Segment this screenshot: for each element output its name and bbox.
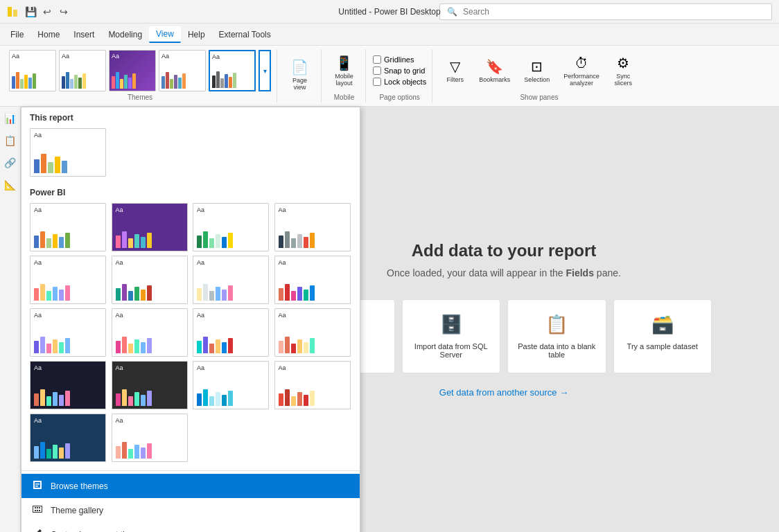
pbi-theme-13[interactable]: Aa	[30, 361, 106, 409]
gridlines-label: Gridlines	[384, 55, 414, 64]
ribbon-page-view-content: 📄 Pageview	[284, 49, 315, 100]
pbi-theme-16[interactable]: Aa	[274, 361, 351, 409]
window-title: Untitled - Power BI Desktop	[338, 7, 440, 17]
menu-view[interactable]: View	[149, 26, 181, 43]
show-panes-label: Show panes	[439, 94, 639, 103]
theme-thumb-5[interactable]: Aa	[209, 50, 256, 91]
pbi-theme-6[interactable]: Aa	[112, 256, 188, 304]
bookmarks-button[interactable]: 🔖 Bookmarks	[473, 55, 516, 86]
pbi-theme-14[interactable]: Aa	[112, 361, 188, 409]
menu-help[interactable]: Help	[181, 27, 212, 42]
menu-file[interactable]: File	[3, 27, 30, 42]
page-view-button[interactable]: 📄 Pageview	[284, 56, 315, 94]
pbi-theme-7[interactable]: Aa	[193, 256, 269, 304]
lock-objects-checkbox[interactable]: Lock objects	[373, 78, 426, 86]
window-controls[interactable]: 💾 ↩ ↪	[25, 6, 69, 17]
blank-table-icon: 📋	[545, 314, 568, 335]
pbi-theme-8[interactable]: Aa	[274, 256, 351, 304]
menu-external-tools[interactable]: External Tools	[212, 27, 278, 42]
page-view-icon: 📄	[291, 59, 308, 76]
browse-themes-icon	[31, 479, 44, 493]
filters-icon: ▽	[450, 58, 460, 75]
menu-home[interactable]: Home	[30, 27, 67, 42]
bookmarks-icon: 🔖	[486, 58, 503, 75]
get-data-link[interactable]: Get data from another source →	[439, 387, 568, 398]
svg-rect-3	[35, 486, 38, 487]
menu-insert[interactable]: Insert	[67, 27, 101, 42]
pbi-theme-18[interactable]: Aa	[112, 414, 188, 462]
pbi-theme-11[interactable]: Aa	[193, 308, 269, 357]
gridlines-checkbox[interactable]: Gridlines	[373, 55, 426, 64]
ribbon-themes-content: Aa Aa	[9, 49, 271, 92]
ribbon-page-options-group: Gridlines Snap to grid Lock objects Page…	[367, 49, 432, 103]
filters-label: Filters	[446, 76, 464, 83]
snap-to-grid-check[interactable]	[373, 66, 381, 75]
page-options-label: Page options	[373, 94, 426, 103]
sample-icon: 🗃️	[651, 314, 674, 335]
customize-theme-item[interactable]: Customize current theme	[21, 522, 360, 532]
search-bar[interactable]: 🔍	[439, 3, 772, 20]
current-theme-tile[interactable]: Aa	[30, 128, 106, 177]
page-options-checkboxes: Gridlines Snap to grid Lock objects	[373, 52, 426, 89]
selection-label: Selection	[524, 76, 550, 83]
pbi-theme-10[interactable]: Aa	[112, 308, 188, 357]
svg-rect-0	[8, 7, 12, 17]
search-input[interactable]	[463, 7, 764, 17]
pbi-theme-17[interactable]: Aa	[30, 414, 106, 462]
performance-analyzer-button[interactable]: ⏱ Performanceanalyzer	[558, 53, 605, 89]
selection-button[interactable]: ⊡ Selection	[518, 55, 555, 86]
theme-gallery-icon	[31, 504, 44, 517]
sidebar-data-icon[interactable]: 📋	[2, 132, 19, 149]
sql-icon: 🗄️	[440, 314, 462, 335]
ribbon-themes-group: Aa Aa	[3, 49, 277, 103]
pbi-theme-15[interactable]: Aa	[193, 361, 269, 409]
sync-slicers-icon: ⚙	[617, 55, 629, 71]
pbi-theme-4[interactable]: Aa	[274, 203, 351, 251]
browse-themes-item[interactable]: Browse themes	[21, 474, 360, 498]
pbi-theme-3[interactable]: Aa	[193, 203, 269, 251]
theme-thumb-4[interactable]: Aa	[159, 50, 206, 91]
sidebar-dax-icon[interactable]: 📐	[2, 177, 19, 193]
theme-thumb-3[interactable]: Aa	[109, 50, 156, 91]
sidebar: 📊 📋 🔗 📐	[0, 107, 21, 532]
save-icon[interactable]: 💾	[25, 6, 36, 17]
theme-gallery-item[interactable]: Theme gallery	[21, 498, 360, 522]
undo-icon[interactable]: ↩	[42, 6, 53, 17]
browse-themes-label: Browse themes	[51, 481, 108, 491]
filters-button[interactable]: ▽ Filters	[439, 55, 471, 86]
power-bi-themes-grid: Aa Aa	[21, 200, 360, 468]
search-icon: 🔍	[447, 7, 457, 17]
ribbon: Aa Aa	[0, 46, 779, 107]
sample-label: Try a sample dataset	[627, 342, 698, 351]
theme-dropdown-button[interactable]: ▾	[259, 50, 271, 91]
data-source-sample[interactable]: 🗃️ Try a sample dataset	[613, 299, 712, 373]
menu-modeling[interactable]: Modeling	[101, 27, 149, 42]
theme-thumb-2[interactable]: Aa	[59, 50, 106, 91]
pbi-theme-5[interactable]: Aa	[30, 256, 106, 304]
menu-bar: File Home Insert Modeling View Help Exte…	[0, 24, 779, 46]
ribbon-mobile-content: 📱 Mobilelayout	[329, 49, 360, 92]
theme-thumb-1[interactable]: Aa	[9, 50, 56, 91]
canvas-area: Add data to your report Once loaded, you…	[21, 107, 779, 532]
data-source-blank[interactable]: 📋 Paste data into a blank table	[507, 299, 606, 373]
mobile-layout-button[interactable]: 📱 Mobilelayout	[329, 52, 360, 89]
data-source-sql[interactable]: 🗄️ Import data from SQL Server	[402, 299, 501, 373]
redo-icon[interactable]: ↪	[58, 6, 69, 17]
customize-theme-label: Customize current theme	[51, 530, 143, 533]
blank-table-label: Paste data into a blank table	[515, 342, 599, 359]
lock-objects-check[interactable]	[373, 78, 381, 86]
performance-icon: ⏱	[575, 55, 588, 71]
sync-slicers-button[interactable]: ⚙ Syncslicers	[608, 52, 639, 89]
pbi-theme-1[interactable]: Aa	[30, 203, 106, 251]
snap-to-grid-checkbox[interactable]: Snap to grid	[373, 66, 426, 75]
pbi-theme-12[interactable]: Aa	[274, 308, 351, 357]
ribbon-page-view-group: 📄 Pageview	[279, 49, 322, 103]
sidebar-report-icon[interactable]: 📊	[2, 110, 19, 127]
ribbon-filters-group: ▽ Filters 🔖 Bookmarks ⊡ Selection ⏱ Perf…	[434, 49, 645, 103]
title-bar: 💾 ↩ ↪ Untitled - Power BI Desktop 🔍	[0, 0, 779, 24]
ribbon-filters-content: ▽ Filters 🔖 Bookmarks ⊡ Selection ⏱ Perf…	[439, 49, 639, 92]
pbi-theme-9[interactable]: Aa	[30, 308, 106, 357]
gridlines-check[interactable]	[373, 55, 381, 64]
pbi-theme-2[interactable]: Aa	[112, 203, 188, 251]
sidebar-model-icon[interactable]: 🔗	[2, 154, 19, 171]
